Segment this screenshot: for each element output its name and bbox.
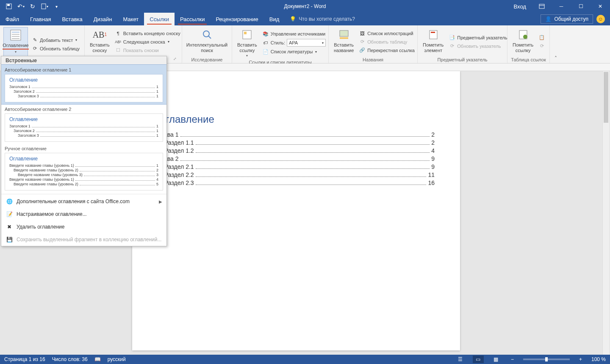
mark-index-entry-button[interactable]: Пометить элемент [421,27,445,56]
ribbon-options-icon[interactable] [532,0,552,13]
insert-authorities-button[interactable]: 📋 [538,34,546,41]
group-authorities: Пометить ссылку 📋 ⟳ Таблица ссылок [507,25,550,63]
document-page[interactable]: Оглавление Глава 12Раздел 1.12Раздел 1.2… [132,71,460,350]
minimize-icon[interactable]: ─ [552,0,571,13]
status-language[interactable]: русский [108,356,126,362]
style-label: Стиль: [271,40,285,45]
proofing-icon[interactable]: 📖 [94,356,101,362]
zoom-out-button[interactable]: − [508,356,516,362]
tab-references[interactable]: Ссылки [144,13,175,25]
bibliography-icon: 📄 [262,48,269,55]
maximize-icon[interactable]: ☐ [571,0,591,13]
add-text-button[interactable]: ✎Добавить текст▾ [30,36,80,44]
toc-entry: Глава 29 [158,155,435,162]
read-mode-icon[interactable]: ☰ [455,356,466,363]
share-button[interactable]: 👤 Общий доступ [541,14,593,24]
new-doc-icon[interactable]: ▾ [39,1,50,12]
refresh-icon: ⟳ [449,43,455,50]
toc-button-label: Оглавление [3,43,28,50]
manage-sources-button[interactable]: 📚Управление источниками [261,30,327,38]
status-word-count[interactable]: Число слов: 36 [52,356,88,362]
tab-layout[interactable]: Макет [117,13,144,25]
insert-caption-button[interactable]: Вставить название [332,27,355,56]
tab-review[interactable]: Рецензирование [210,13,263,25]
collapse-ribbon-icon[interactable]: ˄ [550,25,562,63]
caption-icon [337,28,351,41]
footnote-icon: AB1 [93,28,106,41]
group-research-label: Исследование [186,56,228,62]
tab-file[interactable]: Файл [0,13,25,25]
scrollbar-thumb[interactable] [604,72,608,123]
gallery-item-manual-toc[interactable]: Ручное оглавление Оглавление Введите наз… [1,143,166,192]
print-layout-icon[interactable]: ▭ [473,356,484,363]
zoom-in-button[interactable]: + [577,356,585,362]
update-figures-button[interactable]: ⟳Обновить таблицу [358,38,416,46]
svg-point-19 [523,35,527,39]
group-index: Пометить элемент 📑Предметный указатель ⟳… [418,25,507,63]
citation-style-row: 🏷 Стиль: APA▾ [261,39,327,47]
mark-entry-icon [427,28,440,41]
add-text-icon: ✎ [31,37,38,44]
custom-toc-button[interactable]: 📝 Настраиваемое оглавление... [1,208,166,221]
gallery-preview: Оглавление Заголовок 11Заголовок 21Загол… [5,74,163,102]
cross-reference-button[interactable]: 🔗Перекрестная ссылка [358,47,416,54]
quick-access-toolbar: ↶▾ ↻ ▾ ▾ [0,1,62,12]
undo-icon[interactable]: ↶▾ [15,1,26,12]
insert-endnote-button[interactable]: ¶Вставить концевую сноску [114,30,181,37]
update-index-button[interactable]: ⟳Обновить указатель [448,42,508,50]
zoom-slider[interactable] [523,358,570,360]
insert-footnote-button[interactable]: AB1 Вставить сноску [88,27,111,56]
tab-view[interactable]: Вид [264,13,285,25]
gallery-item-auto-toc-1[interactable]: Автособираемое оглавление 1 Оглавление З… [1,64,166,105]
mark-citation-button[interactable]: Пометить ссылку [511,27,535,56]
mark-citation-label: Пометить ссылку [513,42,533,53]
tab-home[interactable]: Главная [25,13,56,25]
qat-customize-icon[interactable]: ▾ [51,1,62,12]
save-icon[interactable] [3,1,14,12]
table-of-figures-button[interactable]: 🖼Список иллюстраций [358,30,416,37]
sources-icon: 📚 [262,30,269,37]
remove-toc-button[interactable]: ✖ Удалить оглавление [1,221,166,233]
tab-mailings[interactable]: Рассылки [175,13,210,25]
toc-entry-text: Раздел 2.2 [164,171,194,178]
toc-entry-text: Раздел 1.2 [164,147,194,154]
insert-citation-button[interactable]: Вставить ссылку [236,27,259,59]
tab-insert[interactable]: Вставка [56,13,88,25]
close-icon[interactable]: ✕ [591,0,610,13]
tab-design[interactable]: Дизайн [88,13,118,25]
toc-entry: Раздел 1.24 [158,147,435,154]
more-toc-office-button[interactable]: 🌐 Дополнительные оглавления с сайта Offi… [1,195,166,208]
figures-icon: 🖼 [359,30,366,37]
mark-citation-icon [516,28,530,41]
insert-index-button[interactable]: 📑Предметный указатель [448,34,508,41]
show-notes-button[interactable]: ☐Показать сноски [114,47,181,54]
redo-icon[interactable]: ↻ [27,1,38,12]
toc-entry: Раздел 1.12 [158,139,435,146]
bibliography-button[interactable]: 📄Список литературы▾ [261,48,327,55]
lightbulb-icon: 💡 [290,16,296,22]
vertical-scrollbar[interactable] [602,71,609,355]
update-table-button[interactable]: ⟳Обновить таблицу [30,45,80,52]
svg-rect-2 [42,4,46,9]
toc-icon [9,28,22,42]
gallery-preview: Оглавление Заголовок 11Заголовок 21Загол… [5,113,163,142]
footnotes-dialog-icon[interactable]: ⤢ [172,56,177,61]
toc-entry-page: 4 [431,147,435,154]
next-footnote-button[interactable]: AB¹Следующая сноска▾ [114,38,181,46]
gallery-item-title: Автособираемое оглавление 2 [5,107,163,112]
svg-rect-3 [539,4,544,8]
web-layout-icon[interactable]: ▦ [491,356,502,363]
tell-me-search[interactable]: 💡 Что вы хотите сделать? [290,13,355,25]
sign-in-button[interactable]: Вход [508,0,532,13]
toc-entry-page: 2 [431,131,435,138]
gallery-item-title: Автособираемое оглавление 1 [5,67,163,72]
citation-style-select[interactable]: APA▾ [287,39,326,47]
update-authorities-button[interactable]: ⟳ [538,42,546,50]
zoom-percent[interactable]: 100 % [591,356,606,362]
svg-line-11 [208,36,211,39]
feedback-icon[interactable]: ☺ [596,15,605,23]
gallery-item-auto-toc-2[interactable]: Автособираемое оглавление 2 Оглавление З… [1,104,166,143]
status-page[interactable]: Страница 1 из 16 [4,356,45,362]
zoom-slider-thumb[interactable] [545,357,548,361]
smart-lookup-button[interactable]: Интеллектуальный поиск [186,27,228,56]
